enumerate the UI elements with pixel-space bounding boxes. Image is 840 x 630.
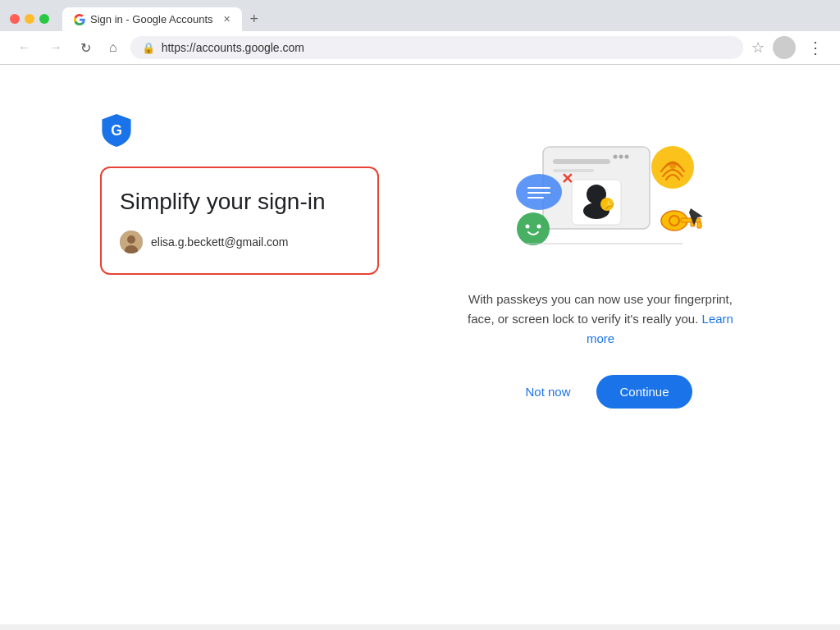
avatar — [120, 231, 143, 253]
url-text: https://accounts.google.com — [162, 41, 732, 54]
tab-bar: Sign in - Google Accounts ✕ + — [62, 7, 830, 31]
maximize-window-button[interactable] — [39, 14, 49, 24]
left-panel: G Simplify your sign-in elisa.g.beckett@… — [100, 114, 379, 275]
menu-button[interactable]: ⋮ — [804, 36, 827, 59]
tab-favicon — [74, 14, 85, 25]
tab-title: Sign in - Google Accounts — [90, 13, 213, 25]
action-buttons: Not now Continue — [509, 375, 692, 409]
svg-point-9 — [625, 155, 629, 159]
not-now-button[interactable]: Not now — [509, 377, 587, 407]
address-bar: ← → ↻ ⌂ 🔒 https://accounts.google.com ☆ … — [0, 31, 840, 65]
title-bar: Sign in - Google Accounts ✕ + — [0, 0, 840, 31]
sign-in-title: Simplify your sign-in — [120, 188, 359, 216]
svg-text:G: G — [111, 122, 122, 139]
forward-button[interactable]: → — [44, 37, 67, 58]
google-shield-logo: G — [100, 114, 379, 150]
svg-point-21 — [537, 225, 541, 229]
svg-point-23 — [669, 162, 676, 169]
account-email: elisa.g.beckett@gmail.com — [151, 235, 289, 249]
svg-rect-5 — [553, 159, 610, 164]
right-panel: 🔑 — [461, 114, 740, 409]
tab-close-button[interactable]: ✕ — [223, 14, 231, 25]
back-button[interactable]: ← — [13, 37, 36, 58]
description-text: With passkeys you can now use your finge… — [461, 290, 740, 349]
svg-rect-26 — [681, 218, 701, 222]
profile-button[interactable] — [773, 36, 796, 59]
active-tab[interactable]: Sign in - Google Accounts ✕ — [62, 7, 242, 31]
url-bar[interactable]: 🔒 https://accounts.google.com — [130, 36, 743, 59]
minimize-window-button[interactable] — [25, 14, 34, 24]
svg-point-20 — [526, 225, 530, 229]
svg-text:✕: ✕ — [561, 171, 573, 187]
svg-point-19 — [517, 212, 550, 245]
passkey-illustration: 🔑 — [477, 122, 724, 270]
new-tab-button[interactable]: + — [242, 7, 267, 31]
home-button[interactable]: ⌂ — [104, 37, 122, 58]
lock-icon: 🔒 — [142, 42, 155, 54]
svg-rect-27 — [697, 222, 701, 228]
account-row: elisa.g.beckett@gmail.com — [120, 231, 359, 253]
bookmark-button[interactable]: ☆ — [751, 39, 765, 57]
svg-point-8 — [619, 155, 623, 159]
close-window-button[interactable] — [10, 14, 20, 24]
sign-in-card: Simplify your sign-in elisa.g.beckett@gm… — [100, 167, 379, 275]
page-content: G Simplify your sign-in elisa.g.beckett@… — [0, 65, 840, 624]
continue-button[interactable]: Continue — [596, 375, 692, 409]
svg-point-7 — [614, 155, 618, 159]
page-inner: G Simplify your sign-in elisa.g.beckett@… — [51, 114, 789, 409]
svg-rect-6 — [553, 169, 594, 172]
traffic-lights — [10, 14, 49, 24]
svg-point-2 — [127, 235, 135, 244]
reload-button[interactable]: ↻ — [75, 37, 96, 59]
svg-text:🔑: 🔑 — [604, 199, 614, 210]
